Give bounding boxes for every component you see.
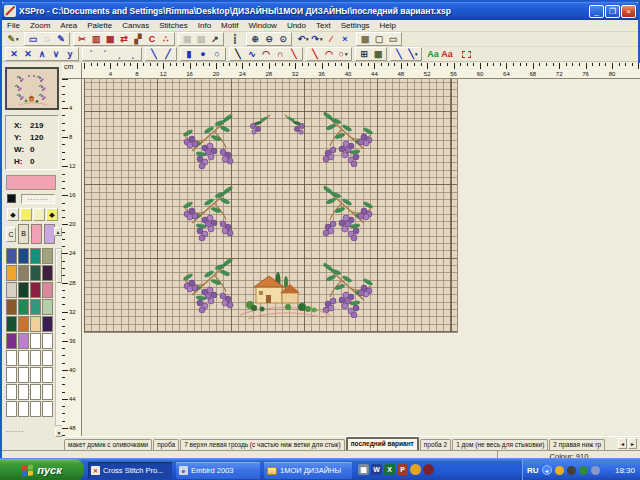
media-app-icon[interactable]: ▦ (358, 464, 369, 475)
bead-filled-tool[interactable]: ● (196, 48, 210, 60)
motif-library-tool[interactable]: ▦ (371, 48, 385, 60)
taskbar-task-cross-stitch[interactable]: ✕Cross Stitch Pro... (88, 462, 172, 479)
palette-swatch[interactable] (6, 299, 17, 315)
palette-swatch[interactable] (30, 248, 41, 264)
copy-design-button[interactable]: ▩ (358, 33, 372, 45)
new-design-button[interactable]: ▢ (372, 33, 386, 45)
language-indicator[interactable]: RU (527, 466, 539, 475)
palette-swatch[interactable] (6, 316, 17, 332)
thick-curve-tool[interactable]: ◠ (322, 48, 336, 60)
menu-text[interactable]: Text (311, 21, 336, 30)
half-stitch-forward-tool[interactable]: ╱ (161, 48, 175, 60)
palette-swatch[interactable] (6, 333, 17, 349)
thick-line-tool[interactable]: ╲ (308, 48, 322, 60)
menu-info[interactable]: Info (193, 21, 216, 30)
image-export-tool[interactable]: ▤ (194, 33, 208, 45)
restore-button[interactable]: ❐ (605, 5, 620, 18)
quarter-stitch-ur-tool[interactable]: ˊ (98, 48, 112, 60)
redraw-tool[interactable]: ∕ (324, 33, 338, 45)
three-quarter-stitch-right-tool[interactable]: ∨ (49, 48, 63, 60)
knot-black-button[interactable]: ◆ (7, 208, 19, 221)
design-tab-active[interactable]: последний вариант (346, 437, 419, 450)
darkred-app-icon[interactable] (423, 464, 434, 475)
palette-swatch[interactable] (18, 333, 29, 349)
bead-open-tool[interactable]: ○ (210, 48, 224, 60)
half-stitch-back-tool[interactable]: ╲ (147, 48, 161, 60)
start-button[interactable]: пуск (0, 459, 84, 480)
palette-swatch[interactable] (42, 265, 53, 281)
thread-style-box[interactable]: ------- (21, 194, 55, 204)
undo-button[interactable]: ↶▾ (296, 33, 310, 45)
palette-swatch[interactable] (42, 367, 53, 383)
palette-swatch[interactable] (6, 401, 17, 417)
color-bright-button[interactable] (20, 208, 32, 221)
palette-swatch[interactable] (6, 265, 17, 281)
palette-swatch[interactable] (42, 316, 53, 332)
palette-swatch[interactable] (30, 265, 41, 281)
circle-outline-tool[interactable]: ○▾ (336, 48, 350, 60)
palette-swatch[interactable] (18, 282, 29, 298)
palette-swatch[interactable] (42, 350, 53, 366)
menu-help[interactable]: Help (375, 21, 401, 30)
menu-stitches[interactable]: Stitches (154, 21, 192, 30)
copy-tool[interactable]: ▥ (89, 33, 103, 45)
menu-motif[interactable]: Motif (216, 21, 243, 30)
palette-swatch[interactable] (6, 248, 17, 264)
menu-undo[interactable]: Undo (282, 21, 311, 30)
full-cross-stitch-tool[interactable]: ✕ (7, 48, 21, 60)
canvas-viewport[interactable] (82, 79, 640, 436)
palette-swatch[interactable] (42, 282, 53, 298)
design-tab[interactable]: 2 правая ниж гр (549, 439, 605, 450)
half-cross-stitch-tool[interactable]: y (63, 48, 77, 60)
gold-app-icon[interactable] (410, 464, 421, 475)
special-line-2-tool[interactable]: ╲▾ (406, 48, 420, 60)
tray-collapse-chevron[interactable]: ◂ (542, 465, 552, 475)
excel-icon[interactable]: X (384, 464, 395, 475)
palette-swatch[interactable] (30, 367, 41, 383)
title-bar[interactable]: XSPro - C:\Documents and Settings\Rimma\… (2, 2, 638, 20)
palette-swatch[interactable] (42, 384, 53, 400)
design-tab[interactable]: проба 2 (420, 439, 451, 450)
stitch-grid-canvas[interactable] (84, 79, 458, 333)
palette-swatch[interactable] (18, 401, 29, 417)
column-b-button[interactable]: B (18, 224, 29, 244)
mirror-tool[interactable]: ⇄ (117, 33, 131, 45)
palette-swatch[interactable] (30, 282, 41, 298)
dropdown-caret-icon[interactable]: ▾ (16, 34, 19, 44)
tab-scroll-left-button[interactable]: ◂ (618, 438, 627, 449)
design-tab[interactable]: проба (153, 439, 179, 450)
palette-swatch[interactable] (30, 316, 41, 332)
cut-tool[interactable]: ✂ (75, 33, 89, 45)
quarter-stitch-ll-tool[interactable]: ˏ (112, 48, 126, 60)
quarter-stitch-ul-tool[interactable]: ˋ (84, 48, 98, 60)
palette-swatch[interactable] (6, 282, 17, 298)
pointer-tool[interactable]: ↗ (208, 33, 222, 45)
palette-swatch[interactable] (18, 299, 29, 315)
palette-swatch[interactable] (6, 367, 17, 383)
dropdown-caret-icon[interactable]: ▾ (415, 49, 418, 59)
palette-swatch[interactable] (42, 333, 53, 349)
dropdown-caret-icon[interactable]: ▾ (306, 34, 309, 44)
palette-swatch[interactable] (42, 248, 53, 264)
menu-file[interactable]: File (2, 21, 25, 30)
palette-swatch[interactable] (30, 333, 41, 349)
menu-zoom[interactable]: Zoom (25, 21, 55, 30)
palette-swatch[interactable] (30, 384, 41, 400)
redo-button[interactable]: ↷▾ (310, 33, 324, 45)
menu-area[interactable]: Area (55, 21, 82, 30)
tray-icon-green[interactable] (579, 466, 588, 475)
zoom-in-tool[interactable]: ⊕ (248, 33, 262, 45)
lasso-select-tool[interactable]: ◌ (40, 33, 54, 45)
tray-icon-gold[interactable] (555, 466, 564, 475)
tray-icon-dark[interactable] (567, 466, 576, 475)
freehand-select-tool[interactable]: ✎ (54, 33, 68, 45)
taskbar-task-folder[interactable]: 1МОИ ДИЗАЙНЫ (264, 462, 352, 479)
straight-stitch-tool[interactable]: ╲ (287, 48, 301, 60)
pencil-tool[interactable]: ✎▾ (6, 33, 20, 45)
palette-swatch[interactable] (18, 316, 29, 332)
black-color-swatch[interactable] (7, 194, 16, 203)
special-line-1-tool[interactable]: ╲ (392, 48, 406, 60)
delete-tool[interactable]: × (338, 33, 352, 45)
quarter-stitch-lr-tool[interactable]: ˎ (126, 48, 140, 60)
powerpoint-icon[interactable]: P (397, 464, 408, 475)
